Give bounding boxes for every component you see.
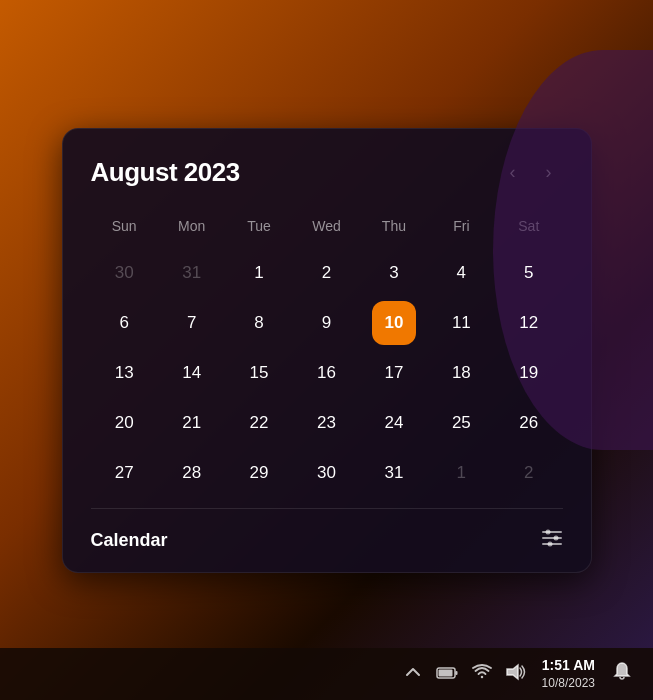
prev-month-button[interactable]: ‹ xyxy=(499,158,527,186)
day-cell[interactable]: 11 xyxy=(452,303,471,343)
day-cell[interactable]: 15 xyxy=(250,353,269,393)
day-cell[interactable]: 14 xyxy=(182,353,201,393)
day-cell-wrapper: 24 xyxy=(360,398,427,448)
svg-point-5 xyxy=(547,541,552,546)
svg-point-3 xyxy=(553,535,558,540)
day-cell-wrapper: 26 xyxy=(495,398,562,448)
day-cell-wrapper: 1 xyxy=(225,248,292,298)
taskbar-time: 1:51 AM xyxy=(542,656,595,676)
day-cell[interactable]: 31 xyxy=(182,253,201,293)
day-cell-wrapper: 16 xyxy=(293,348,360,398)
day-cell[interactable]: 17 xyxy=(384,353,403,393)
day-cell-wrapper: 13 xyxy=(91,348,158,398)
day-cell-wrapper: 4 xyxy=(428,248,495,298)
weekday-header: Tue xyxy=(225,212,292,248)
svg-rect-8 xyxy=(438,669,452,676)
taskbar: 1:51 AM 10/8/2023 xyxy=(0,648,653,700)
volume-icon[interactable] xyxy=(506,663,526,686)
day-cell[interactable]: 3 xyxy=(389,253,398,293)
day-cell-wrapper: 28 xyxy=(158,448,225,498)
day-cell-wrapper: 21 xyxy=(158,398,225,448)
svg-rect-7 xyxy=(455,671,457,675)
day-cell[interactable]: 5 xyxy=(524,253,533,293)
day-cell[interactable]: 19 xyxy=(519,353,538,393)
day-cell[interactable]: 27 xyxy=(115,453,134,493)
settings-icon[interactable] xyxy=(541,527,563,554)
notification-bell-icon[interactable] xyxy=(611,661,633,688)
svg-point-1 xyxy=(545,529,550,534)
weekday-header: Sat xyxy=(495,212,562,248)
day-cell-wrapper: 18 xyxy=(428,348,495,398)
day-cell-wrapper: 30 xyxy=(293,448,360,498)
taskbar-date: 10/8/2023 xyxy=(542,675,595,692)
day-cell-wrapper: 29 xyxy=(225,448,292,498)
day-cell-wrapper: 20 xyxy=(91,398,158,448)
day-cell-wrapper: 19 xyxy=(495,348,562,398)
day-cell[interactable]: 26 xyxy=(519,403,538,443)
weekday-header: Wed xyxy=(293,212,360,248)
day-cell[interactable]: 28 xyxy=(182,453,201,493)
day-cell[interactable]: 25 xyxy=(452,403,471,443)
calendar-header: August 2023 ‹ › xyxy=(91,157,563,188)
day-cell[interactable]: 1 xyxy=(254,253,263,293)
day-cell-wrapper: 11 xyxy=(428,298,495,348)
day-cell-wrapper: 22 xyxy=(225,398,292,448)
day-cell[interactable]: 1 xyxy=(457,453,466,493)
day-cell-wrapper: 31 xyxy=(158,248,225,298)
day-cell-wrapper: 3 xyxy=(360,248,427,298)
day-cell-wrapper: 23 xyxy=(293,398,360,448)
next-month-button[interactable]: › xyxy=(535,158,563,186)
day-cell-wrapper: 2 xyxy=(293,248,360,298)
day-cell-wrapper: 9 xyxy=(293,298,360,348)
day-cell-wrapper: 27 xyxy=(91,448,158,498)
day-cell-wrapper: 31 xyxy=(360,448,427,498)
system-tray-chevron-icon[interactable] xyxy=(404,663,422,686)
day-cell-wrapper: 17 xyxy=(360,348,427,398)
day-cell[interactable]: 10 xyxy=(372,301,416,345)
taskbar-clock[interactable]: 1:51 AM 10/8/2023 xyxy=(542,656,595,692)
weekday-header: Thu xyxy=(360,212,427,248)
calendar-widget: August 2023 ‹ › SunMonTueWedThuFriSat303… xyxy=(62,128,592,573)
day-cell[interactable]: 2 xyxy=(322,253,331,293)
calendar-label: Calendar xyxy=(91,530,168,551)
weekday-header: Fri xyxy=(428,212,495,248)
calendar-grid: SunMonTueWedThuFriSat3031123456789101112… xyxy=(91,212,563,498)
day-cell[interactable]: 13 xyxy=(115,353,134,393)
day-cell[interactable]: 30 xyxy=(115,253,134,293)
day-cell[interactable]: 16 xyxy=(317,353,336,393)
day-cell[interactable]: 24 xyxy=(384,403,403,443)
calendar-footer: Calendar xyxy=(91,508,563,572)
day-cell[interactable]: 20 xyxy=(115,403,134,443)
battery-icon[interactable] xyxy=(436,664,458,685)
svg-marker-9 xyxy=(507,665,518,679)
day-cell[interactable]: 30 xyxy=(317,453,336,493)
day-cell[interactable]: 2 xyxy=(524,453,533,493)
day-cell[interactable]: 9 xyxy=(322,303,331,343)
day-cell[interactable]: 12 xyxy=(519,303,538,343)
day-cell[interactable]: 8 xyxy=(254,303,263,343)
calendar-title: August 2023 xyxy=(91,157,240,188)
day-cell[interactable]: 23 xyxy=(317,403,336,443)
day-cell-wrapper: 25 xyxy=(428,398,495,448)
day-cell-wrapper: 15 xyxy=(225,348,292,398)
wifi-icon[interactable] xyxy=(472,664,492,685)
day-cell-wrapper: 6 xyxy=(91,298,158,348)
day-cell-wrapper: 14 xyxy=(158,348,225,398)
day-cell[interactable]: 6 xyxy=(119,303,128,343)
day-cell-wrapper: 2 xyxy=(495,448,562,498)
weekday-header: Mon xyxy=(158,212,225,248)
day-cell[interactable]: 18 xyxy=(452,353,471,393)
day-cell-wrapper: 1 xyxy=(428,448,495,498)
day-cell[interactable]: 4 xyxy=(457,253,466,293)
day-cell[interactable]: 7 xyxy=(187,303,196,343)
day-cell-wrapper: 30 xyxy=(91,248,158,298)
day-cell[interactable]: 29 xyxy=(250,453,269,493)
day-cell[interactable]: 22 xyxy=(250,403,269,443)
weekday-header: Sun xyxy=(91,212,158,248)
day-cell[interactable]: 31 xyxy=(384,453,403,493)
day-cell-wrapper: 12 xyxy=(495,298,562,348)
day-cell[interactable]: 21 xyxy=(182,403,201,443)
day-cell-wrapper: 7 xyxy=(158,298,225,348)
day-cell-wrapper: 10 xyxy=(360,298,427,348)
nav-buttons: ‹ › xyxy=(499,158,563,186)
